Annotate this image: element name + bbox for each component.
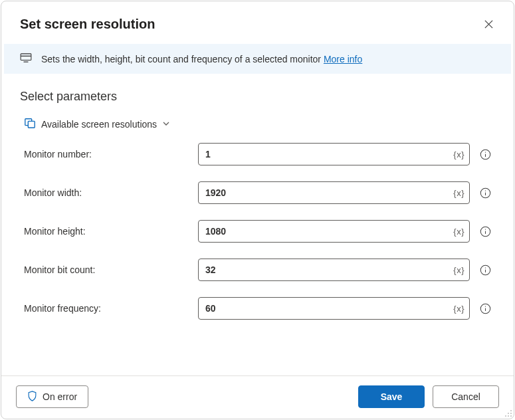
input-monitor-frequency[interactable] [198,297,470,320]
info-icon [480,226,491,237]
input-wrap-monitor-number: {x} [198,143,470,165]
info-button-monitor-width[interactable] [475,187,495,199]
svg-point-25 [505,415,506,417]
field-monitor-number: Monitor number: {x} [20,143,495,165]
input-monitor-width[interactable] [198,181,470,204]
svg-point-24 [510,413,512,414]
info-button-monitor-number[interactable] [475,149,495,160]
section-title: Select parameters [20,90,495,104]
close-icon [484,19,494,29]
on-error-button[interactable]: On error [16,385,88,408]
input-monitor-bit-count[interactable] [198,259,470,281]
input-wrap-monitor-frequency: {x} [198,297,470,320]
label-monitor-number: Monitor number: [20,149,198,159]
action-icon [20,53,32,64]
more-info-link[interactable]: More info [324,54,362,64]
svg-rect-6 [28,121,35,128]
input-monitor-height[interactable] [198,220,470,243]
dialog-content: Select parameters Available screen resol… [1,74,514,375]
input-wrap-monitor-bit-count: {x} [198,259,470,281]
svg-point-9 [484,152,485,152]
svg-point-22 [510,410,512,411]
info-button-monitor-height[interactable] [475,226,495,237]
svg-point-27 [510,415,512,417]
field-monitor-frequency: Monitor frequency: {x} [20,297,495,320]
svg-point-26 [508,415,509,417]
info-icon [480,264,491,276]
set-screen-resolution-dialog: Set screen resolution Sets the width, he… [1,1,514,419]
input-monitor-number[interactable] [198,143,470,165]
banner-text: Sets the width, height, bit count and fr… [41,54,362,64]
save-button[interactable]: Save [358,385,425,408]
label-monitor-bit-count: Monitor bit count: [20,264,198,275]
info-banner: Sets the width, height, bit count and fr… [4,44,511,74]
svg-point-18 [484,267,485,268]
dialog-title: Set screen resolution [20,17,155,32]
info-button-monitor-frequency[interactable] [475,303,495,314]
svg-point-23 [508,413,509,414]
svg-point-12 [484,190,485,191]
info-button-monitor-bit-count[interactable] [475,264,495,276]
label-monitor-height: Monitor height: [20,226,198,237]
dialog-footer: On error Save Cancel [1,375,514,419]
label-monitor-width: Monitor width: [20,187,198,198]
input-wrap-monitor-height: {x} [198,220,470,243]
chevron-down-icon [162,119,170,130]
info-icon [480,149,491,160]
available-resolutions-label: Available screen resolutions [41,119,157,130]
on-error-label: On error [43,391,77,402]
info-icon [480,303,491,314]
close-button[interactable] [479,15,498,33]
available-resolutions-toggle[interactable]: Available screen resolutions [24,117,495,131]
cancel-button[interactable]: Cancel [433,385,499,408]
field-monitor-height: Monitor height: {x} [20,220,495,243]
info-icon [480,187,491,199]
field-monitor-bit-count: Monitor bit count: {x} [20,259,495,281]
svg-point-21 [484,306,485,306]
dialog-header: Set screen resolution [1,1,514,44]
variables-icon [24,117,36,131]
svg-point-15 [484,229,485,229]
footer-actions: Save Cancel [358,385,499,408]
field-monitor-width: Monitor width: {x} [20,181,495,204]
shield-icon [27,391,37,403]
input-wrap-monitor-width: {x} [198,181,470,204]
resize-grip[interactable] [503,408,512,417]
label-monitor-frequency: Monitor frequency: [20,303,198,314]
svg-rect-2 [21,54,31,60]
